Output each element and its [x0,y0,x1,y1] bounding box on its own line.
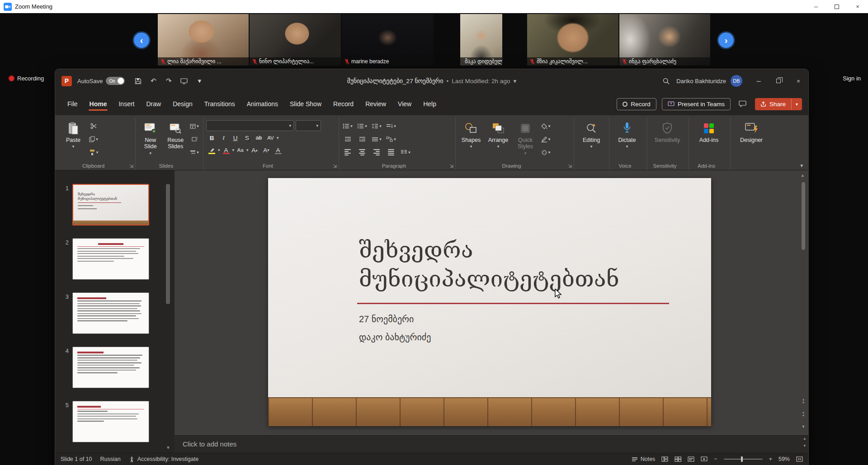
text-shadow-button[interactable]: S [241,132,253,143]
slide-canvas[interactable]: შეხვედრა მუნიციპალიტეტებთან 27 ნოემბერი … [268,178,711,426]
autosave-toggle[interactable]: On [106,77,125,85]
ppt-minimize-button[interactable]: ─ [749,69,769,93]
arrange-button[interactable]: Arrange ▾ [486,118,511,162]
dictate-button[interactable]: Dictate ▾ [612,118,642,162]
undo-button[interactable]: ↶ [146,74,160,88]
zoom-slider-knob[interactable] [741,456,743,462]
character-spacing-button[interactable]: AV [265,132,276,143]
collapse-ribbon-button[interactable]: ▾ [800,163,803,169]
customize-quick-access-button[interactable]: ▾ [193,74,206,88]
sign-in-link[interactable]: Sign in [843,75,861,82]
line-spacing-button[interactable]: ▾ [371,120,382,132]
align-right-button[interactable] [371,146,382,158]
menu-animations[interactable]: Animations [241,96,284,112]
change-case-button[interactable]: Aa [235,145,246,155]
language-indicator[interactable]: Russian [100,456,121,462]
ppt-restore-button[interactable] [769,69,788,93]
account-avatar[interactable]: DB [731,75,742,87]
columns-button[interactable]: ▾ [400,146,411,158]
comments-button[interactable] [736,97,750,111]
paste-button[interactable]: Paste ▾ [61,118,86,162]
slide-title[interactable]: შეხვედრა მუნიციპალიტეტებთან [359,236,693,293]
notes-placeholder[interactable]: Click to add notes [183,440,236,448]
menu-record[interactable]: Record [327,96,359,112]
bold-button[interactable]: B [206,132,217,143]
font-dialog-launcher[interactable]: ⇲ [333,164,337,169]
shape-fill-button[interactable]: ▾ [540,120,552,132]
bullets-button[interactable]: ▾ [342,120,354,132]
menu-slide-show[interactable]: Slide Show [284,96,327,112]
numbering-button[interactable]: ▾ [356,120,368,132]
menu-file[interactable]: File [61,96,84,112]
slideshow-view-button[interactable] [701,456,708,462]
slide-date[interactable]: 27 ნოემბერი [359,314,414,324]
scroll-up-icon[interactable]: ▲ [801,173,805,178]
reset-slide-button[interactable] [189,133,200,145]
zoom-level[interactable]: 59% [778,456,790,462]
slide-thumbnail-5[interactable] [72,401,149,442]
designer-button[interactable]: Designer [733,118,769,162]
shape-outline-button[interactable]: ▾ [540,133,552,145]
align-left-button[interactable] [342,146,354,158]
menu-transitions[interactable]: Transitions [198,96,241,112]
search-button[interactable] [659,74,673,88]
align-center-button[interactable] [356,146,368,158]
autosave-control[interactable]: AutoSave On [77,77,125,85]
clipboard-dialog-launcher[interactable]: ⇲ [130,164,133,169]
notes-scroll-down-icon[interactable]: ▾ [803,443,806,448]
participant-video[interactable]: ლია შაქარიშვილი ... [158,14,249,66]
slide-sorter-view-button[interactable] [675,456,681,462]
sensitivity-button[interactable]: Sensitivity [650,118,684,162]
slide-layout-button[interactable]: ▾ [189,120,200,132]
notes-scroll-up-icon[interactable]: ▴ [803,436,806,441]
font-size-combobox[interactable]: ▾ [296,120,321,131]
share-button[interactable]: Share ▾ [755,98,802,110]
participant-video[interactable]: მაკა დიდებულიძ ... [460,14,502,66]
scrollbar-thumb[interactable] [802,182,805,250]
reuse-slides-button[interactable]: Reuse Slides [164,118,187,162]
zoom-minimize-button[interactable]: ─ [806,0,826,13]
shrink-font-button[interactable]: A▾ [261,145,272,155]
shape-effects-button[interactable]: ▾ [540,146,552,158]
menu-help[interactable]: Help [417,96,442,112]
menu-design[interactable]: Design [167,96,198,112]
editing-button[interactable]: Editing ▾ [577,118,606,162]
participant-video[interactable]: ნინო ლიპარტელია... [250,14,341,66]
thumbnail-scrollbar[interactable] [166,184,170,436]
text-direction-button[interactable]: ▾ [385,120,397,132]
scroll-down-icon[interactable]: ▼ [166,445,170,450]
text-highlight-button[interactable] [206,145,217,155]
slide-thumbnail-4[interactable] [72,347,149,388]
slide-thumbnail-1[interactable]: შეხვედრა მუნიციპალიტეტებთან [72,184,149,225]
align-text-button[interactable]: ▾ [371,133,382,145]
italic-button[interactable]: I [218,132,229,143]
participant-video[interactable]: ინგა ფარცხალაძე [619,14,710,66]
slide-number-indicator[interactable]: Slide 1 of 10 [61,456,92,462]
slide-thumbnail-2[interactable] [72,238,149,280]
zoom-slider[interactable] [724,459,763,460]
section-button[interactable]: ▾ [189,146,200,158]
font-color-button[interactable]: A [221,145,232,155]
filmstrip-next-button[interactable]: › [718,33,734,48]
save-button[interactable] [131,74,145,88]
zoom-maximize-button[interactable] [826,0,847,13]
account-name[interactable]: Dariko Bakhturidze [676,78,726,85]
menu-insert[interactable]: Insert [113,96,140,112]
redo-button[interactable]: ↷ [162,74,175,88]
fit-slide-to-window-button[interactable] [796,456,803,462]
menu-view[interactable]: View [392,96,417,112]
previous-slide-button[interactable]: ▴▴ [800,398,807,404]
drawing-dialog-launcher[interactable]: ⇲ [568,164,572,169]
next-slide-button[interactable]: ▾▾ [800,412,807,417]
ppt-close-button[interactable]: × [788,69,808,93]
paragraph-dialog-launcher[interactable]: ⇲ [450,164,453,169]
menu-home[interactable]: Home [84,96,113,112]
shapes-button[interactable]: Shapes ▾ [458,118,484,162]
slide-author[interactable]: დაკო ბახტურიძე [359,332,431,343]
format-painter-button[interactable]: ▾ [88,146,99,158]
filmstrip-previous-button[interactable]: ‹ [134,33,149,48]
participant-video[interactable]: მზია კიკალიშვილ... [527,14,618,66]
menu-draw[interactable]: Draw [140,96,167,112]
notes-toggle-button[interactable]: Notes [632,456,656,462]
quick-styles-button[interactable]: Quick Styles ▾ [513,118,538,162]
